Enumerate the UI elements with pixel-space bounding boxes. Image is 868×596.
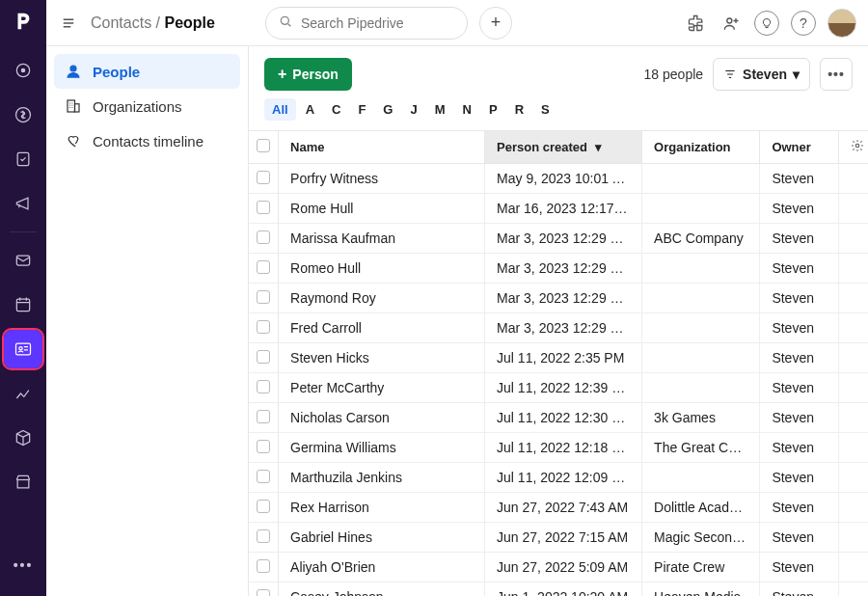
table-row[interactable]: Porfry WitnessMay 9, 2023 10:01 AMSteven: [249, 164, 868, 194]
rail-item-insights[interactable]: [4, 374, 42, 413]
cell-owner[interactable]: Steven: [760, 343, 839, 373]
select-all-header[interactable]: [249, 131, 279, 164]
cell-name[interactable]: Marthuzila Jenkins: [279, 463, 485, 493]
table-row[interactable]: Romeo HullMar 3, 2023 12:29 PMSteven: [249, 254, 868, 284]
cell-owner[interactable]: Steven: [760, 433, 839, 463]
alpha-filter-all[interactable]: All: [264, 98, 296, 121]
column-settings-button[interactable]: [838, 131, 868, 164]
row-checkbox[interactable]: [257, 320, 270, 334]
alpha-filter-j[interactable]: J: [402, 98, 424, 121]
cell-owner[interactable]: Steven: [760, 194, 839, 224]
cell-organization[interactable]: [642, 164, 760, 194]
cell-name[interactable]: Fred Carroll: [279, 313, 485, 343]
cell-organization[interactable]: Pirate Crew: [642, 553, 760, 582]
cell-name[interactable]: Raymond Roy: [279, 284, 485, 313]
rail-item-more[interactable]: •••: [4, 546, 42, 584]
cell-name[interactable]: Germina Williams: [279, 433, 485, 463]
cell-organization[interactable]: [642, 313, 760, 343]
rail-item-mail[interactable]: [4, 241, 42, 280]
col-name[interactable]: Name: [279, 131, 485, 164]
cell-name[interactable]: Aliyah O'Brien: [279, 553, 485, 582]
table-row[interactable]: Casey JohnsonJun 1, 2022 10:20 AMHeaven …: [249, 582, 868, 597]
cell-owner[interactable]: Steven: [760, 403, 839, 433]
table-row[interactable]: Gabriel HinesJun 27, 2022 7:15 AMMagic S…: [249, 523, 868, 553]
row-checkbox[interactable]: [257, 559, 270, 573]
row-checkbox[interactable]: [257, 260, 270, 274]
rail-item-leads[interactable]: [4, 51, 42, 90]
cell-organization[interactable]: 3k Games: [642, 403, 760, 433]
table-row[interactable]: Steven HicksJul 11, 2022 2:35 PMSteven: [249, 343, 868, 373]
rail-item-marketplace[interactable]: [4, 463, 42, 501]
col-organization[interactable]: Organization: [642, 131, 760, 164]
cell-name[interactable]: Nicholas Carson: [279, 403, 485, 433]
cell-owner[interactable]: Steven: [760, 493, 839, 523]
sales-assistant-icon[interactable]: [754, 11, 779, 36]
cell-organization[interactable]: Heaven Media: [642, 582, 760, 597]
breadcrumb-parent[interactable]: Contacts: [91, 14, 151, 31]
alpha-filter-g[interactable]: G: [375, 98, 400, 121]
col-person-created[interactable]: Person created ▾: [485, 131, 642, 164]
table-row[interactable]: Germina WilliamsJul 11, 2022 12:18 PMThe…: [249, 433, 868, 463]
cell-organization[interactable]: Magic Seconda...: [642, 523, 760, 553]
cell-name[interactable]: Rome Hull: [279, 194, 485, 224]
pipedrive-logo[interactable]: [8, 6, 39, 37]
cell-owner[interactable]: Steven: [760, 224, 839, 254]
cell-owner[interactable]: Steven: [760, 373, 839, 403]
rail-item-activities[interactable]: [4, 285, 42, 324]
search-box[interactable]: [265, 7, 468, 40]
invite-users-icon[interactable]: [719, 12, 743, 35]
table-row[interactable]: Marthuzila JenkinsJul 11, 2022 12:09 PMS…: [249, 463, 868, 493]
cell-owner[interactable]: Steven: [760, 164, 839, 194]
alpha-filter-s[interactable]: S: [533, 98, 557, 121]
table-row[interactable]: Rex HarrisonJun 27, 2022 7:43 AMDolittle…: [249, 493, 868, 523]
sidebar-item-people[interactable]: People: [54, 54, 240, 89]
table-row[interactable]: Nicholas CarsonJul 11, 2022 12:30 PM3k G…: [249, 403, 868, 433]
quick-add-button[interactable]: +: [479, 7, 512, 40]
cell-organization[interactable]: Dolittle Academy: [642, 493, 760, 523]
rail-item-contacts[interactable]: [4, 330, 42, 368]
row-checkbox[interactable]: [257, 201, 270, 214]
alpha-filter-m[interactable]: M: [427, 98, 453, 121]
cell-organization[interactable]: The Great Cater: [642, 433, 760, 463]
table-row[interactable]: Fred CarrollMar 3, 2023 12:29 PMSteven: [249, 313, 868, 343]
row-checkbox[interactable]: [257, 440, 270, 453]
cell-name[interactable]: Porfry Witness: [279, 164, 485, 194]
alpha-filter-c[interactable]: C: [324, 98, 348, 121]
cell-owner[interactable]: Steven: [760, 523, 839, 553]
add-person-button[interactable]: + Person: [264, 58, 352, 91]
cell-organization[interactable]: [642, 254, 760, 284]
cell-owner[interactable]: Steven: [760, 582, 839, 597]
table-row[interactable]: Raymond RoyMar 3, 2023 12:29 PMSteven: [249, 284, 868, 313]
cell-organization[interactable]: [642, 373, 760, 403]
row-checkbox[interactable]: [257, 230, 270, 244]
owner-filter-dropdown[interactable]: Steven ▾: [713, 58, 810, 91]
row-checkbox[interactable]: [257, 589, 270, 597]
row-checkbox[interactable]: [257, 470, 270, 483]
sidebar-item-contacts-timeline[interactable]: Contacts timeline: [54, 123, 240, 158]
integrations-icon[interactable]: [685, 12, 708, 35]
sidebar-item-organizations[interactable]: Organizations: [54, 89, 240, 123]
row-checkbox[interactable]: [257, 171, 270, 184]
rail-item-projects[interactable]: [4, 140, 42, 178]
cell-owner[interactable]: Steven: [760, 463, 839, 493]
cell-owner[interactable]: Steven: [760, 284, 839, 313]
help-icon[interactable]: ?: [791, 11, 816, 36]
profile-avatar[interactable]: [827, 9, 856, 38]
cell-organization[interactable]: [642, 194, 760, 224]
toolbar-more-button[interactable]: •••: [820, 58, 853, 91]
cell-organization[interactable]: [642, 284, 760, 313]
row-checkbox[interactable]: [257, 350, 270, 364]
cell-name[interactable]: Rex Harrison: [279, 493, 485, 523]
table-row[interactable]: Rome HullMar 16, 2023 12:17 PMSteven: [249, 194, 868, 224]
cell-name[interactable]: Gabriel Hines: [279, 523, 485, 553]
rail-item-deals[interactable]: [4, 95, 42, 134]
cell-owner[interactable]: Steven: [760, 254, 839, 284]
alpha-filter-n[interactable]: N: [455, 98, 479, 121]
alpha-filter-f[interactable]: F: [350, 98, 373, 121]
alpha-filter-r[interactable]: R: [507, 98, 531, 121]
table-row[interactable]: Aliyah O'BrienJun 27, 2022 5:09 AMPirate…: [249, 553, 868, 582]
table-scroll[interactable]: NamePerson created ▾OrganizationOwner Po…: [249, 130, 868, 596]
cell-name[interactable]: Steven Hicks: [279, 343, 485, 373]
cell-owner[interactable]: Steven: [760, 553, 839, 582]
cell-name[interactable]: Peter McCarthy: [279, 373, 485, 403]
